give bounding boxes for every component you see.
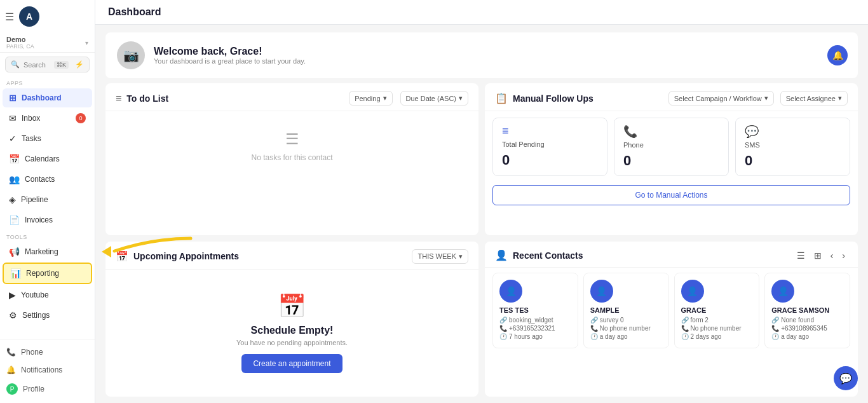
sidebar-item-youtube[interactable]: ▶ Youtube	[3, 285, 92, 304]
sidebar-item-reporting[interactable]: 📊 Reporting	[3, 263, 92, 284]
followup-card-header: 📋 Manual Follow Ups Select Campaign / Wo…	[485, 83, 858, 111]
campaign-filter[interactable]: Select Campaign / Workflow ▾	[668, 91, 774, 106]
total-pending-value: 0	[502, 152, 598, 168]
chevron-down-icon: ▾	[383, 94, 387, 102]
grid-view-button[interactable]: ⊞	[811, 249, 824, 262]
dashboard-grid: ≡ To do List Pending ▾ Due Date (ASC) ▾ …	[95, 83, 868, 403]
go-manual-button[interactable]: Go to Manual Actions	[492, 185, 850, 205]
phone-stat-label: Phone	[623, 141, 719, 149]
sidebar-item-contacts-label: Contacts	[25, 175, 55, 184]
total-pending-icon: ≡	[502, 125, 598, 138]
week-filter[interactable]: THIS WEEK ▾	[412, 249, 468, 264]
contacts-icon: 👥	[9, 174, 20, 184]
pipeline-icon: ◈	[9, 195, 16, 205]
appointments-empty-title: Schedule Empty!	[251, 325, 334, 336]
bolt-icon[interactable]: ⚡	[75, 60, 84, 69]
contact-card-1[interactable]: 👤 SAMPLE 🔗 survey 0 📞 No phone number 🕐 …	[583, 273, 669, 348]
contact-name-0: TES TES	[499, 306, 529, 314]
recent-contacts-title: Recent Contacts	[513, 250, 789, 261]
welcome-text: Welcome back, Grace! Your dashboard is a…	[154, 46, 306, 65]
pending-filter[interactable]: Pending ▾	[349, 91, 392, 106]
recent-contacts-card: 👤 Recent Contacts ☰ ⊞ ‹ › 👤 TES TES 🔗 bo…	[485, 242, 858, 397]
sms-stat-icon: 💬	[745, 125, 841, 139]
sidebar-item-reporting-label: Reporting	[26, 269, 59, 278]
demo-section[interactable]: Demo PARIS, CA ▾	[0, 33, 95, 53]
next-button[interactable]: ›	[839, 249, 848, 262]
hamburger-icon[interactable]: ☰	[5, 11, 14, 23]
phone-stat-icon: 📞	[623, 125, 719, 139]
stat-total-pending: ≡ Total Pending 0	[492, 118, 607, 176]
contact-time-1: 🕐 a day ago	[590, 333, 628, 340]
chevron-down-icon-2: ▾	[459, 94, 463, 102]
appointments-card: 📅 Upcoming Appointments THIS WEEK ▾ 📅 Sc…	[105, 242, 478, 397]
welcome-avatar: 📷	[117, 41, 145, 69]
search-bar[interactable]: 🔍 Search ⌘K ⚡	[5, 57, 90, 72]
dashboard-icon: ⊞	[9, 93, 17, 103]
sidebar: ☰ A Demo PARIS, CA ▾ 🔍 Search ⌘K ⚡ Apps …	[0, 0, 95, 403]
contact-card-2[interactable]: 👤 GRACE 🔗 form 2 📞 No phone number 🕐 2 d…	[674, 273, 760, 348]
followup-card: 📋 Manual Follow Ups Select Campaign / Wo…	[485, 83, 858, 235]
sidebar-item-calendars[interactable]: 📅 Calendars	[3, 149, 92, 168]
contacts-list: 👤 TES TES 🔗 booking_widget 📞 +6391652323…	[485, 268, 858, 353]
sidebar-item-contacts[interactable]: 👥 Contacts	[3, 170, 92, 189]
contact-card-0[interactable]: 👤 TES TES 🔗 booking_widget 📞 +6391652323…	[492, 273, 578, 348]
phone-icon-1: 📞	[590, 325, 598, 332]
appointments-card-header: 📅 Upcoming Appointments THIS WEEK ▾	[105, 242, 478, 270]
contact-avatar-1: 👤	[590, 280, 613, 303]
pending-filter-label: Pending	[355, 95, 380, 102]
clock-icon-3: 🕐	[771, 333, 779, 340]
sidebar-item-pipeline[interactable]: ◈ Pipeline	[3, 190, 92, 209]
sidebar-item-profile-label: Profile	[23, 385, 44, 393]
contacts-view-actions: ☰ ⊞ ‹ ›	[794, 249, 848, 262]
search-icon: 🔍	[11, 60, 20, 69]
sidebar-item-tasks[interactable]: ✓ Tasks	[3, 129, 92, 148]
sidebar-item-pipeline-label: Pipeline	[21, 195, 48, 204]
search-label: Search	[24, 61, 46, 69]
sidebar-item-invoices[interactable]: 📄 Invoices	[3, 210, 92, 229]
contact-avatar-0: 👤	[499, 280, 522, 303]
assignee-filter[interactable]: Select Assignee ▾	[780, 91, 848, 106]
chat-bubble[interactable]: 💬	[834, 366, 858, 390]
source-icon-3: 🔗	[771, 317, 779, 324]
sidebar-item-inbox[interactable]: ✉ Inbox 0	[3, 109, 92, 128]
sidebar-item-marketing-label: Marketing	[25, 247, 58, 256]
contact-source-0: 🔗 booking_widget	[499, 317, 553, 324]
todo-title: To do List	[126, 93, 344, 104]
chevron-down-icon-3: ▾	[764, 94, 768, 102]
create-appointment-button[interactable]: Create an appointment	[241, 354, 342, 373]
due-date-filter-label: Due Date (ASC)	[406, 95, 456, 102]
welcome-greeting: Welcome back, Grace!	[154, 46, 306, 57]
notification-icon-right[interactable]: 🔔	[827, 45, 848, 65]
chevron-down-icon: ▾	[85, 39, 88, 46]
apps-section-label: Apps	[0, 76, 95, 88]
contact-card-3[interactable]: 👤 GRACE SAMSON 🔗 None found 📞 +639108965…	[764, 273, 850, 348]
sidebar-item-dashboard-label: Dashboard	[22, 93, 62, 102]
sidebar-item-settings[interactable]: ⚙ Settings	[3, 306, 92, 325]
phone-icon-3: 📞	[771, 325, 779, 332]
campaign-filter-label: Select Campaign / Workflow	[674, 95, 762, 102]
stat-sms: 💬 SMS 0	[735, 118, 850, 176]
sidebar-item-marketing[interactable]: 📢 Marketing	[3, 242, 92, 261]
calendars-icon: 📅	[9, 154, 20, 164]
sidebar-item-dashboard[interactable]: ⊞ Dashboard	[3, 88, 92, 107]
sidebar-item-profile[interactable]: P Profile	[0, 379, 95, 399]
inbox-badge: 0	[76, 113, 86, 123]
followup-icon: 📋	[495, 92, 508, 104]
calendar-large-icon: 📅	[278, 293, 306, 320]
contact-source-2: 🔗 form 2	[681, 317, 709, 324]
sidebar-item-notifications[interactable]: 🔔 Notifications	[0, 361, 95, 379]
prev-button[interactable]: ‹	[828, 249, 836, 262]
tasks-icon: ✓	[9, 133, 17, 144]
phone-stat-value: 0	[623, 153, 719, 169]
phone-icon-0: 📞	[499, 325, 507, 332]
inbox-icon: ✉	[9, 113, 17, 123]
sidebar-item-phone[interactable]: 📞 Phone	[0, 343, 95, 361]
demo-sub: PARIS, CA	[6, 43, 34, 50]
due-date-filter[interactable]: Due Date (ASC) ▾	[400, 91, 468, 106]
contact-phone-1: 📞 No phone number	[590, 325, 651, 332]
search-shortcut: ⌘K	[54, 61, 69, 69]
sidebar-header: ☰ A	[0, 0, 95, 33]
calendar-icon: 📅	[116, 250, 128, 263]
main-header: Dashboard	[95, 0, 868, 25]
list-view-button[interactable]: ☰	[794, 249, 808, 262]
